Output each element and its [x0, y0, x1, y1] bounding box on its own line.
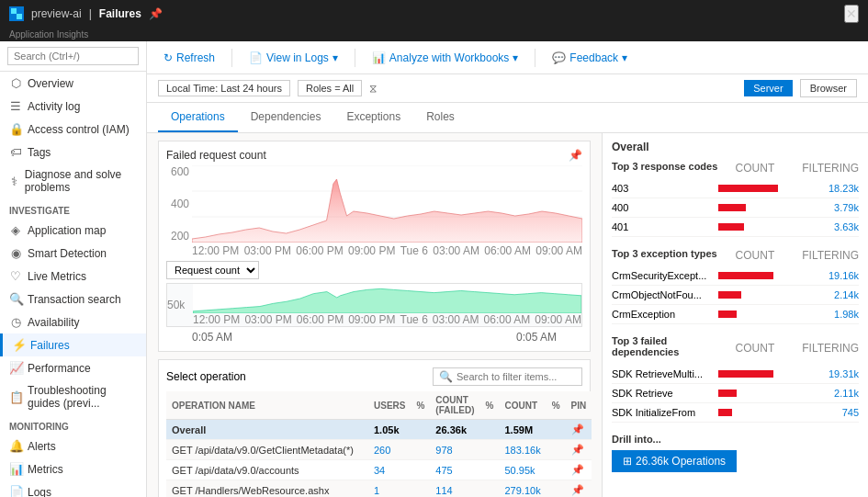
sidebar-item-tags[interactable]: 🏷 Tags	[0, 141, 146, 164]
bar-red	[718, 223, 744, 231]
sidebar-item-alerts[interactable]: 🔔 Alerts	[0, 435, 146, 457]
x2-label-0600: 06:00 AM	[484, 313, 531, 326]
main-content: ↻ Refresh 📄 View in Logs ▾ 📊 Analyze wit…	[147, 41, 868, 497]
chevron-down-icon-3: ▾	[622, 51, 627, 64]
panel-row[interactable]: CrmObjectNotFou... 2.14k	[612, 286, 859, 305]
tags-icon: 🏷	[9, 145, 22, 159]
x-label-1200: 12:00 PM	[192, 244, 239, 257]
response-filtering-col: FILTERING	[802, 162, 859, 175]
exception-types-section: Top 3 exception types COUNT FILTERING Cr…	[612, 248, 859, 324]
op-name-cell: GET /Handlers/WebResource.ashx	[166, 480, 368, 498]
pin-cell[interactable]: 📌	[566, 420, 592, 440]
tab-roles[interactable]: Roles	[413, 103, 468, 132]
y-label-600: 600	[166, 165, 189, 178]
pin-cell[interactable]: 📌	[566, 480, 592, 498]
sidebar-item-app-map[interactable]: ◈ Application map	[0, 219, 146, 242]
drill-label: 26.36k Operations	[636, 455, 726, 468]
table-icon: ⊞	[623, 455, 632, 468]
panel-title: Overall	[612, 141, 859, 153]
failed-deps-title: Top 3 failed dependencies	[612, 335, 736, 357]
app-map-icon: ◈	[9, 223, 22, 237]
table-row[interactable]: GET /Handlers/WebResource.ashx 1 114 279…	[166, 480, 592, 498]
table-row[interactable]: GET /api/data/v9.0/accounts 34 475 50.95…	[166, 460, 592, 480]
toolbar-sep-2	[355, 49, 355, 67]
sidebar-item-overview[interactable]: ⬡ Overview	[0, 72, 146, 95]
sidebar-item-iam[interactable]: 🔒 Access control (IAM)	[0, 118, 146, 141]
roles-filter[interactable]: Roles = All	[298, 80, 362, 96]
sidebar-item-availability[interactable]: ◷ Availability	[0, 311, 146, 333]
refresh-button[interactable]: ↻ Refresh	[158, 49, 220, 67]
panel-row[interactable]: 401 3.63k	[612, 218, 859, 237]
bar-container	[718, 182, 817, 195]
panel-row[interactable]: SDK RetrieveMulti... 19.31k	[612, 365, 859, 384]
analyze-button[interactable]: 📊 Analyze with Workbooks ▾	[366, 49, 524, 67]
panel-row-label: SDK InitializeFrom	[612, 407, 713, 418]
users-cell: 1.05k	[368, 420, 411, 440]
app-name: preview-ai	[31, 7, 82, 20]
pin-cell[interactable]: 📌	[566, 460, 592, 480]
overview-icon: ⬡	[9, 76, 22, 90]
bar-red	[718, 185, 778, 192]
panel-count: 3.79k	[822, 202, 859, 213]
pin-cell[interactable]: 📌	[566, 440, 592, 460]
panel-row[interactable]: SDK Retrieve 2.11k	[612, 384, 859, 403]
count-cell: 1.59M	[499, 420, 546, 440]
tabs-container: Operations Dependencies Exceptions Roles	[147, 103, 868, 133]
chart-dropdown[interactable]: Request count	[166, 261, 259, 279]
toolbar: ↻ Refresh 📄 View in Logs ▾ 📊 Analyze wit…	[147, 41, 868, 74]
filter-icon[interactable]: ⧖	[369, 82, 377, 95]
view-in-logs-button[interactable]: 📄 View in Logs ▾	[243, 49, 344, 67]
refresh-icon: ↻	[163, 51, 173, 64]
live-metrics-icon: ♡	[9, 269, 22, 283]
performance-icon: 📈	[9, 361, 22, 375]
sidebar-item-diagnose[interactable]: ⚕ Diagnose and solve problems	[0, 164, 146, 198]
panel-row[interactable]: 403 18.23k	[612, 179, 859, 198]
svg-rect-0	[11, 8, 17, 14]
chart-pin-icon[interactable]: 📌	[569, 149, 582, 162]
drill-button[interactable]: ⊞ 26.36k Operations	[612, 450, 737, 472]
sidebar-item-logs[interactable]: 📄 Logs	[0, 480, 146, 497]
tab-exceptions[interactable]: Exceptions	[333, 103, 413, 132]
activity-log-icon: ☰	[9, 99, 22, 113]
smart-detection-icon: ◉	[9, 246, 22, 260]
page-title: Failures	[99, 7, 141, 20]
response-count-col: COUNT	[736, 162, 775, 175]
panel-row-label: 403	[612, 183, 713, 194]
bar-red	[718, 291, 741, 299]
y-label-400: 400	[166, 198, 189, 210]
bar-red	[718, 390, 737, 397]
pin-icon[interactable]: 📌	[149, 7, 163, 20]
panel-row[interactable]: CrmSecurityExcept... 19.16k	[612, 266, 859, 286]
bar-container	[718, 201, 817, 214]
filter-input[interactable]	[457, 371, 576, 382]
panel-row[interactable]: CrmException 1.98k	[612, 305, 859, 324]
sidebar-item-live-metrics[interactable]: ♡ Live Metrics	[0, 265, 146, 288]
count-cell: 279.10k	[499, 480, 546, 498]
failed-deps-section: Top 3 failed dependencies COUNT FILTERIN…	[612, 335, 859, 423]
search-input[interactable]	[7, 47, 139, 65]
sidebar-item-failures[interactable]: ⚡ Failures	[0, 333, 146, 356]
users-cell: 260	[368, 440, 411, 460]
server-button[interactable]: Server	[744, 80, 792, 96]
tab-operations[interactable]: Operations	[158, 103, 238, 132]
sidebar-item-performance[interactable]: 📈 Performance	[0, 356, 146, 379]
close-button[interactable]: ✕	[844, 5, 859, 23]
op-name-cell: GET /api/data/v9.0/accounts	[166, 460, 368, 480]
bar-container	[718, 367, 817, 380]
table-row[interactable]: GET /api/data/v9.0/GetClientMetadata(*) …	[166, 440, 592, 460]
alerts-icon: 🔔	[9, 439, 22, 453]
app-logo	[9, 6, 24, 21]
time-filter[interactable]: Local Time: Last 24 hours	[158, 80, 290, 96]
sidebar-item-metrics[interactable]: 📊 Metrics	[0, 457, 146, 480]
tab-dependencies[interactable]: Dependencies	[238, 103, 334, 132]
sidebar-item-activity-log[interactable]: ☰ Activity log	[0, 95, 146, 118]
sidebar-item-smart-detection[interactable]: ◉ Smart Detection	[0, 242, 146, 265]
panel-row[interactable]: SDK InitializeFrom 745	[612, 403, 859, 423]
exception-count-col: COUNT	[736, 249, 775, 262]
sidebar-item-transaction-search[interactable]: 🔍 Transaction search	[0, 288, 146, 311]
table-row[interactable]: Overall 1.05k 26.36k 1.59M 📌	[166, 420, 592, 440]
panel-row[interactable]: 400 3.79k	[612, 198, 859, 218]
browser-button[interactable]: Browser	[800, 79, 857, 97]
feedback-button[interactable]: 💬 Feedback ▾	[547, 49, 633, 67]
sidebar-item-troubleshooting[interactable]: 📋 Troubleshooting guides (previ...	[0, 379, 146, 414]
